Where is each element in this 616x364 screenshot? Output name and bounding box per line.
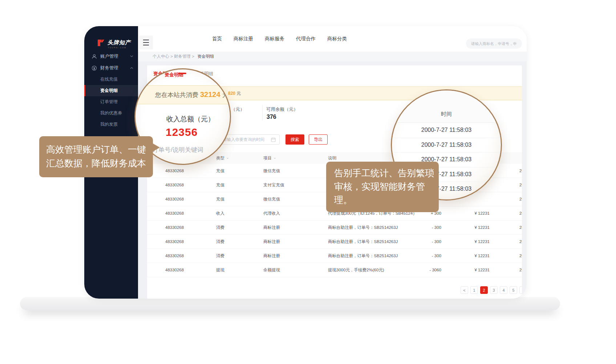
cell-balance: ¥ 12231	[474, 235, 490, 248]
cell-balance: ¥ 12231	[474, 206, 490, 220]
col-header-project[interactable]: 项目	[263, 152, 276, 164]
cell-project: 支付宝充值	[263, 178, 284, 192]
chevron-up-icon	[130, 67, 133, 69]
nav-item-home[interactable]: 首页	[206, 36, 228, 42]
cell-balance: ¥ 12231	[474, 249, 490, 263]
cell-type: 消费	[216, 221, 224, 234]
cell-project: 微信充值	[263, 192, 280, 206]
sidebar-item-label: 账户管理	[100, 53, 118, 60]
pagination: < 1 2 3 4 5 >	[461, 286, 522, 294]
pagination-next-button[interactable]: >	[519, 286, 522, 294]
pagination-page-3[interactable]: 3	[490, 286, 498, 294]
cell-order: 48330268	[165, 235, 184, 248]
chevron-down-icon	[130, 55, 133, 57]
cell-desc: 提现3000元，手续费2%(60元)	[328, 263, 384, 277]
brand-logo[interactable]: 头牌知产 TOUPAI.COM	[97, 39, 137, 51]
finance-icon	[92, 65, 97, 71]
cell-time: 2000-7-27 11:58:03	[519, 206, 522, 220]
cell-type: 充值	[216, 164, 224, 178]
cell-type: 提现	[216, 263, 224, 277]
table-row: 48330268 消费 商标注册 商标自助注册，订单号：SB2514263J -…	[147, 221, 522, 235]
callout-left-line2: 汇总数据，降低财务成本	[46, 156, 153, 170]
breadcrumb-current: 资金明细	[197, 54, 214, 58]
cell-time: 2000-7-27 11:58:03	[519, 249, 522, 263]
cell-order: 48330268	[165, 178, 184, 192]
export-button[interactable]: 导出	[309, 134, 328, 145]
cell-project: 余额提现	[263, 263, 280, 277]
pagination-prev-button[interactable]: <	[461, 286, 468, 294]
cell-time: 2000-7-27 11:58:03	[519, 178, 522, 192]
cell-type: 充值	[216, 192, 224, 206]
callout-right-line1: 告别手工统计、告别繁琐	[334, 166, 439, 180]
cell-type: 消费	[216, 249, 224, 263]
nav-item-trademark-category[interactable]: 商标分类	[321, 36, 353, 42]
sidebar-item-label: 订单管理	[100, 99, 118, 104]
user-icon	[92, 54, 97, 59]
cell-order: 48330268	[165, 164, 184, 178]
pagination-page-1[interactable]: 1	[470, 286, 478, 294]
magnified-red-bar	[178, 73, 186, 74]
sidebar-item-invoice[interactable]: 我的发票	[84, 119, 138, 130]
callout-right-line2: 审核，实现智能财务管	[334, 180, 439, 193]
sidebar-item-label: 资金明细	[100, 88, 118, 93]
cell-project: 代理收入	[263, 206, 280, 220]
sidebar-item-online-recharge[interactable]: 在线充值	[84, 74, 138, 85]
sidebar-item-label: 财务管理	[100, 65, 118, 71]
cell-amount: - 300	[432, 221, 441, 234]
cell-desc: 商标自助注册，订单号：SB2514263J	[328, 249, 398, 263]
magnified-income-value: 12356	[166, 126, 198, 138]
search-button[interactable]: 搜索	[285, 134, 304, 145]
trademark-search-input[interactable]	[466, 39, 522, 49]
cell-time: 2000-7-27 11:58:03	[519, 192, 522, 206]
table-row: 48330268 消费 商标注册 商标自助注册，订单号：SB2514263J -…	[147, 235, 522, 249]
cell-type: 收入	[216, 206, 224, 220]
cell-order: 48330268	[165, 221, 184, 234]
cell-type: 消费	[216, 235, 224, 248]
cell-balance: ¥ 12231	[474, 221, 490, 234]
brand-title: 头牌知产	[108, 39, 131, 46]
sidebar-item-account[interactable]: 账户管理	[84, 51, 138, 62]
balance-stat-label: 可用余额（元）	[266, 106, 298, 113]
nav-item-trademark-service[interactable]: 商标服务	[259, 36, 290, 42]
cell-amount: - 300	[432, 235, 441, 248]
top-navbar: 首页 商标注册 商标服务 代理合作 商标分类	[138, 26, 527, 52]
stat-divider	[262, 105, 263, 121]
breadcrumb-path: 个人中心 > 财务管理 >	[153, 54, 194, 58]
pagination-page-5[interactable]: 5	[510, 286, 517, 294]
calendar-icon[interactable]	[271, 137, 276, 142]
sidebar-item-finance[interactable]: 财务管理	[84, 62, 138, 73]
pagination-page-2[interactable]: 2	[480, 286, 488, 294]
sidebar-item-label: 我的优惠券	[100, 110, 122, 116]
cell-amount: - 300	[432, 249, 441, 263]
table-row: 48330268 消费 商标注册 商标自助注册，订单号：SB2514263J -…	[147, 249, 522, 263]
sidebar-item-order-mgmt[interactable]: 订单管理	[84, 96, 138, 108]
sidebar-item-fund-detail[interactable]: 资金明细	[84, 85, 138, 96]
menu-toggle-button[interactable]	[139, 36, 153, 49]
time-query-input[interactable]	[218, 134, 280, 145]
magnified-notice-text: 您在本站共消费32124元	[155, 86, 228, 104]
cell-type: 充值	[216, 178, 224, 192]
sidebar-item-coupons[interactable]: 我的优惠券	[84, 108, 138, 119]
laptop-base	[20, 297, 560, 310]
pagination-page-4[interactable]: 4	[500, 286, 507, 294]
nav-item-trademark-register[interactable]: 商标注册	[228, 36, 259, 42]
sidebar-item-label: 我的发票	[100, 122, 118, 127]
page: 头牌知产 TOUPAI.COM 账户管理 财务管理	[0, 0, 616, 364]
cell-order: 48330268	[165, 263, 184, 277]
cell-order: 48330268	[165, 249, 184, 263]
callout-right-line3: 理。	[334, 193, 439, 207]
cell-balance: ¥ 12231	[474, 263, 490, 277]
cell-desc: 商标自助注册，订单号：SB2514263J	[328, 221, 398, 234]
magnified-time-column-header: 时间	[392, 111, 501, 118]
cell-amount: - 3060	[429, 263, 441, 277]
cell-order: 48330268	[165, 206, 184, 220]
active-indicator-bar	[84, 85, 85, 96]
cell-time: 2000-7-27 11:58:03	[519, 235, 522, 248]
sidebar-item-label: 在线充值	[100, 77, 118, 82]
main-nav: 首页 商标注册 商标服务 代理合作 商标分类	[206, 26, 353, 52]
nav-item-agency[interactable]: 代理合作	[290, 36, 321, 42]
cell-project: 商标注册	[263, 235, 280, 248]
col-header-type[interactable]: 类型	[216, 152, 229, 164]
balance-stat-value: 376	[267, 114, 276, 120]
callout-left-line1: 高效管理账户订单、一键	[46, 142, 153, 156]
